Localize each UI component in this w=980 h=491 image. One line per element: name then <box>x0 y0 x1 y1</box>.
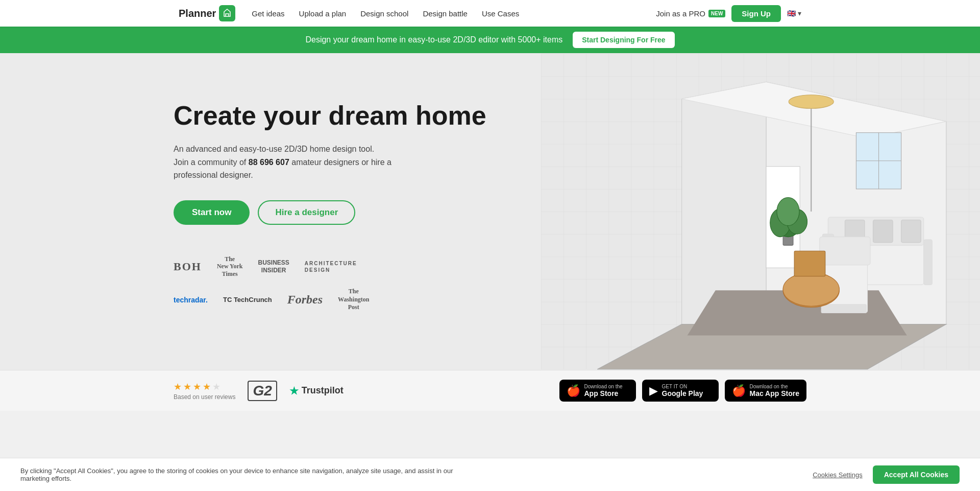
join-pro-label: Join as a PRO <box>656 9 705 18</box>
nyt-logo: TheNew YorkTimes <box>217 255 243 277</box>
media-logos: BOH TheNew YorkTimes BUSINESSINSIDER ARC… <box>174 255 388 322</box>
mac-app-name: Mac App Store <box>750 389 800 398</box>
svg-marker-3 <box>682 82 766 324</box>
community-count: 88 696 607 <box>249 158 289 167</box>
mac-app-sub: Download on the <box>750 384 800 389</box>
star-3: ★ <box>193 381 201 392</box>
navbar: Planner Get ideas Upload a plan Design s… <box>0 0 980 27</box>
mac-icon: 🍎 <box>732 384 746 398</box>
signup-button[interactable]: Sign Up <box>731 5 781 22</box>
google-play-button[interactable]: ▶ GET IT ON Google Play <box>642 380 719 402</box>
google-play-sub: GET IT ON <box>662 384 703 389</box>
promo-banner: Design your dream home in easy-to-use 2D… <box>0 27 980 53</box>
nav-links: Get ideas Upload a plan Design school De… <box>252 9 640 18</box>
hero-description: An advanced and easy-to-use 2D/3D home d… <box>174 143 393 182</box>
start-now-button[interactable]: Start now <box>174 200 250 225</box>
cookie-banner: By clicking "Accept All Cookies", you ag… <box>0 458 980 491</box>
rating-text: Based on user reviews <box>174 393 235 401</box>
trustpilot-logo: ★ Trustpilot <box>289 385 344 397</box>
google-play-name: Google Play <box>662 389 703 398</box>
accept-all-cookies-button[interactable]: Accept All Cookies <box>873 465 960 484</box>
google-play-icon: ▶ <box>649 384 658 398</box>
nav-right: Join as a PRO NEW Sign Up 🇬🇧 ▾ <box>656 5 801 22</box>
nav-upload-plan[interactable]: Upload a plan <box>299 9 347 18</box>
svg-rect-13 <box>873 220 893 243</box>
app-store-name: App Store <box>584 389 623 398</box>
forbes-logo: Forbes <box>287 293 323 307</box>
svg-rect-16 <box>820 237 870 265</box>
star-5: ★ <box>212 381 220 392</box>
flag-icon: 🇬🇧 <box>787 9 796 17</box>
nav-use-cases[interactable]: Use Cases <box>482 9 519 18</box>
techradar-logo: techradar. <box>174 296 208 304</box>
media-row-1: BOH TheNew YorkTimes BUSINESSINSIDER ARC… <box>174 255 357 277</box>
mac-app-store-button[interactable]: 🍎 Download on the Mac App Store <box>725 380 807 402</box>
join-pro[interactable]: Join as a PRO NEW <box>656 9 725 18</box>
language-selector[interactable]: 🇬🇧 ▾ <box>787 9 801 17</box>
svg-point-24 <box>777 197 799 225</box>
svg-rect-17 <box>821 305 866 313</box>
svg-rect-14 <box>901 220 921 243</box>
nav-design-battle[interactable]: Design battle <box>423 9 468 18</box>
logo-text: Planner <box>179 8 216 19</box>
start-designing-button[interactable]: Start Designing For Free <box>573 32 674 48</box>
promo-banner-text: Design your dream home in easy-to-use 2D… <box>305 35 562 44</box>
trustpilot-star-icon: ★ <box>289 385 299 397</box>
svg-rect-27 <box>794 251 825 276</box>
architecture-design-logo: ARCHITECTUREDESIGN <box>305 260 357 273</box>
logo[interactable]: Planner <box>179 5 235 21</box>
hero-title: Create your dream home <box>174 101 486 130</box>
star-2: ★ <box>183 381 191 392</box>
nav-design-school[interactable]: Design school <box>360 9 408 18</box>
app-store-button[interactable]: 🍎 Download on the App Store <box>559 380 636 402</box>
boh-logo: BOH <box>174 260 202 273</box>
svg-point-19 <box>783 272 839 306</box>
new-badge: NEW <box>708 10 725 17</box>
star-rating: ★ ★ ★ ★ ★ Based on user reviews <box>174 381 235 401</box>
business-insider-logo: BUSINESSINSIDER <box>258 259 289 274</box>
trustpilot-label: Trustpilot <box>302 385 344 396</box>
star-1: ★ <box>174 381 182 392</box>
app-store-sub: Download on the <box>584 384 623 389</box>
hero-content: Create your dream home An advanced and e… <box>0 71 486 353</box>
svg-point-26 <box>789 95 834 108</box>
g2-logo: G2 <box>248 381 277 401</box>
hero-buttons: Start now Hire a designer <box>174 200 486 225</box>
hero-section: Create your dream home An advanced and e… <box>0 53 980 370</box>
nav-get-ideas[interactable]: Get ideas <box>252 9 284 18</box>
cookies-settings-link[interactable]: Cookies Settings <box>813 471 863 479</box>
hero-image <box>541 53 980 370</box>
techcrunch-logo: TC TechCrunch <box>223 296 272 303</box>
cookie-actions: Cookies Settings Accept All Cookies <box>813 465 960 484</box>
star-4: ★ <box>203 381 211 392</box>
apple-icon: 🍎 <box>567 384 580 398</box>
svg-rect-11 <box>924 240 933 285</box>
cookie-text: By clicking "Accept All Cookies", you ag… <box>20 467 480 482</box>
rating-section: ★ ★ ★ ★ ★ Based on user reviews G2 ★ Tru… <box>174 381 344 401</box>
star-row: ★ ★ ★ ★ ★ <box>174 381 220 392</box>
hire-designer-button[interactable]: Hire a designer <box>258 200 355 225</box>
chevron-down-icon: ▾ <box>798 9 801 17</box>
washington-post-logo: TheWashingtonPost <box>338 288 369 312</box>
footer-strip: ★ ★ ★ ★ ★ Based on user reviews G2 ★ Tru… <box>0 370 980 411</box>
logo-icon <box>219 5 235 21</box>
media-row-2: techradar. TC TechCrunch Forbes TheWashi… <box>174 288 369 312</box>
app-buttons: 🍎 Download on the App Store ▶ GET IT ON … <box>559 380 807 402</box>
